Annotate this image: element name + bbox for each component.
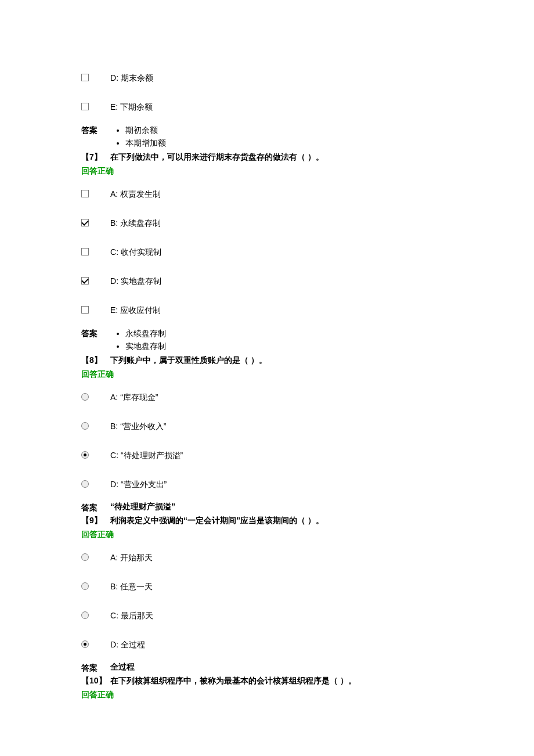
option-text: C: 收付实现制 [110,247,453,258]
option-value: 全过程 [121,640,145,649]
radio-icon[interactable] [81,582,89,590]
option-row: B: 任意一天 [81,573,453,602]
radio-icon[interactable] [81,422,89,430]
question-number: 【9】 [81,516,110,526]
radio-icon[interactable] [81,393,89,401]
option-value: 实地盘存制 [121,276,161,286]
option-letter: D [110,640,116,649]
answer-item: 本期增加额 [125,137,453,150]
option-value: “待处理财产损溢” [121,451,183,460]
radio-icon[interactable] [81,451,89,459]
option-text: B: 任意一天 [110,582,453,592]
question-text: 利润表定义中强调的“一定会计期间”应当是该期间的（ ）。 [110,516,453,526]
checkbox-icon[interactable] [81,190,89,197]
question-header: 【10】 在下列核算组织程序中，被称为最基本的会计核算组织程序是（ ）。 [81,675,453,687]
option-text: A: 开始那天 [110,553,453,563]
radio-icon[interactable] [81,553,89,561]
option-letter: C [110,611,116,620]
question-number: 【10】 [81,676,110,686]
option-letter: A [110,189,116,199]
option-value: 权责发生制 [120,189,161,199]
option-text: B: 永续盘存制 [110,218,453,229]
option-text: E: 应收应付制 [110,305,453,316]
option-row: E: 下期余额 [81,93,453,122]
option-row: D: 实地盘存制 [81,267,453,296]
option-row: E: 应收应付制 [81,296,453,325]
option-control [81,276,110,285]
radio-icon[interactable] [81,640,89,648]
option-text: E: 下期余额 [110,102,453,113]
option-letter: C [110,247,116,257]
answer-label: 答案 [81,327,110,339]
answer-row: 答案 永续盘存制 实地盘存制 [81,325,453,354]
radio-icon[interactable] [81,480,89,488]
radio-icon[interactable] [81,611,89,619]
checkbox-icon[interactable] [81,306,89,314]
answer-item: 实地盘存制 [125,340,453,353]
option-text: B: “营业外收入” [110,422,453,432]
answer-row: 答案 期初余额 本期增加额 [81,122,453,151]
option-value: “营业外收入” [120,422,166,431]
option-row: A: 权责发生制 [81,180,453,209]
option-control [81,218,110,226]
checkbox-icon[interactable] [81,248,89,255]
option-control [81,73,110,81]
option-letter: D [110,480,116,489]
answer-list: 永续盘存制 实地盘存制 [110,327,453,353]
option-row: B: 永续盘存制 [81,209,453,238]
option-value: 最后那天 [121,611,153,620]
option-control [81,582,110,590]
option-row: C: 最后那天 [81,602,453,631]
option-value: 期末余额 [121,73,153,82]
option-letter: D [110,73,116,82]
option-value: “库存现金” [120,393,158,402]
option-text: A: 权责发生制 [110,189,453,200]
answer-item: 期初余额 [125,124,453,137]
option-letter: A [110,553,116,562]
option-letter: B [110,422,116,431]
option-control [81,422,110,430]
checkbox-icon[interactable] [81,103,89,110]
answer-label: 答案 [81,502,110,513]
option-control [81,553,110,561]
answer-status-correct: 回答正确 [81,687,453,704]
option-row: C: 收付实现制 [81,238,453,267]
option-control [81,102,110,110]
answer-value: “待处理财产损溢” [110,502,453,512]
option-control [81,393,110,401]
option-control [81,305,110,314]
option-row: A: 开始那天 [81,543,453,573]
question-header: 【9】 利润表定义中强调的“一定会计期间”应当是该期间的（ ）。 [81,514,453,527]
option-control [81,611,110,619]
checkbox-icon[interactable] [81,219,89,226]
question-text: 下列账户中，属于双重性质账户的是（ ）。 [110,355,453,366]
option-letter: D [110,276,116,286]
option-row: D: “营业外支出” [81,470,453,499]
answer-label: 答案 [81,662,110,674]
question-text: 在下列核算组织程序中，被称为最基本的会计核算组织程序是（ ）。 [110,676,453,686]
option-letter: E [110,305,116,315]
option-value: 任意一天 [120,582,153,591]
answer-status-correct: 回答正确 [81,367,453,383]
option-letter: B [110,218,116,228]
answer-item: 永续盘存制 [125,327,453,340]
option-text: D: 期末余额 [110,73,453,84]
option-row: D: 期末余额 [81,64,453,93]
answer-list: 期初余额 本期增加额 [110,124,453,150]
option-control [81,189,110,197]
option-letter: E [110,102,116,111]
answer-row: 答案 “待处理财产损溢” [81,499,453,514]
checkbox-icon[interactable] [81,277,89,285]
option-row: C: “待处理财产损溢” [81,441,453,470]
answer-status-correct: 回答正确 [81,164,453,180]
option-value: 永续盘存制 [120,218,161,228]
checkbox-icon[interactable] [81,74,89,81]
option-text: D: 全过程 [110,640,453,650]
question-header: 【8】 下列账户中，属于双重性质账户的是（ ）。 [81,354,453,367]
option-letter: C [110,451,116,460]
answer-value: 全过程 [110,662,453,672]
option-text: A: “库存现金” [110,393,453,403]
option-text: D: 实地盘存制 [110,276,453,287]
option-control [81,640,110,648]
question-text: 在下列做法中，可以用来进行期末存货盘存的做法有（ ）。 [110,152,453,163]
